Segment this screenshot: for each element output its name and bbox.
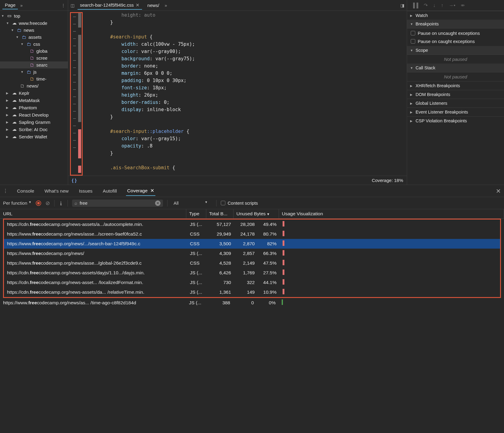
- table-row[interactable]: https://cdn.freecodecamp.org/news-assets…: [4, 268, 500, 278]
- table-row[interactable]: https://cdn.freecodecamp.org/news-asset.…: [4, 278, 500, 287]
- sidebar-toggle-icon[interactable]: ◫: [71, 3, 75, 8]
- tree-item-ext[interactable]: ▶☁Sender Wallet: [0, 133, 68, 140]
- global-section[interactable]: ▶Global Listeners: [407, 99, 504, 107]
- checkbox-icon[interactable]: [221, 201, 225, 205]
- tree-item-news[interactable]: ▼🗀news: [0, 27, 68, 34]
- tree-label: Keplr: [19, 91, 29, 96]
- editor-footer: { } Coverage: 18%: [68, 176, 407, 185]
- pause-uncaught-row[interactable]: Pause on uncaught exceptions: [407, 29, 504, 37]
- event-section[interactable]: ▶Event Listener Breakpoints: [407, 107, 504, 116]
- step-out-icon[interactable]: ↑: [441, 3, 443, 8]
- tab-whats-new[interactable]: What's new: [43, 187, 70, 196]
- tree-item-js[interactable]: ▼🗀js: [0, 68, 68, 75]
- filter-text-field[interactable]: [80, 200, 153, 206]
- editor-tab-active[interactable]: search-bar-124f5f949c.css ✕: [78, 1, 142, 10]
- tree-label: js: [33, 69, 37, 74]
- step-into-icon[interactable]: ↓: [433, 3, 436, 8]
- tree-item-ext[interactable]: ▶☁React Develop: [0, 111, 68, 118]
- filter-input[interactable]: ⌕ ✕: [72, 200, 163, 207]
- kebab-menu-icon[interactable]: ⋮: [61, 3, 65, 8]
- viz-bar: [283, 279, 284, 285]
- tree-item-file-selected[interactable]: 🗋searc: [0, 61, 68, 68]
- viz-bar: [283, 221, 284, 226]
- kebab-menu-icon[interactable]: ⋮: [3, 188, 8, 194]
- page-tab[interactable]: Page: [2, 1, 18, 9]
- close-icon[interactable]: ✕: [136, 2, 140, 8]
- dom-section[interactable]: ▶DOM Breakpoints: [407, 90, 504, 99]
- pause-icon[interactable]: ▐▐: [411, 3, 418, 8]
- coverage-percentage: Coverage: 18%: [372, 178, 403, 183]
- tree-item-domain[interactable]: ▼☁www.freecode: [0, 19, 68, 27]
- checkbox-icon[interactable]: [411, 39, 415, 44]
- code-editor[interactable]: –– ––– ––– ––– ––– –– –– –: [68, 11, 407, 176]
- record-button[interactable]: [36, 200, 41, 206]
- tree-item-ext[interactable]: ▶☁Phantom: [0, 104, 68, 111]
- overflow-tabs-icon[interactable]: »: [20, 3, 23, 8]
- section-label: DOM Breakpoints: [416, 92, 450, 97]
- tree-label: news/: [27, 83, 38, 88]
- breakpoints-section[interactable]: ▼Breakpoints: [407, 20, 504, 28]
- checkbox-label: Pause on caught exceptions: [418, 39, 475, 44]
- drawer-tabbar: ⋮ Console What's new Issues Autofill Cov…: [0, 185, 504, 197]
- table-row[interactable]: https://cdn.freecodecamp.org/news-assets…: [4, 287, 500, 297]
- deactivate-breakpoints-icon[interactable]: ⤃: [461, 2, 465, 8]
- tree-item-ext[interactable]: ▶☁Sapling Gramm: [0, 118, 68, 126]
- watch-section[interactable]: ▶Watch: [407, 11, 504, 20]
- overflow-tabs-icon[interactable]: »: [165, 3, 167, 8]
- col-type[interactable]: Type: [186, 209, 206, 219]
- tree-item-css[interactable]: ▼🗀css: [0, 41, 68, 48]
- tree-item-file[interactable]: 🗋news/: [0, 82, 68, 89]
- sidebar-toggle-right-icon[interactable]: ◨: [400, 3, 404, 8]
- col-total[interactable]: Total B...: [206, 209, 233, 219]
- checkbox-icon[interactable]: [411, 31, 415, 35]
- tab-console[interactable]: Console: [16, 187, 35, 196]
- export-icon[interactable]: ⭳: [59, 200, 63, 206]
- table-row[interactable]: https://www.freecodecamp.org/news/asse..…: [4, 229, 500, 239]
- clear-icon[interactable]: ⊘: [45, 200, 50, 207]
- viz-bar: [282, 299, 283, 305]
- tree-label: Phantom: [19, 105, 37, 110]
- tab-coverage[interactable]: Coverage ✕: [126, 186, 155, 196]
- tree-label: time-: [36, 76, 46, 81]
- tree-item-assets[interactable]: ▼🗀assets: [0, 34, 68, 41]
- not-paused-label: Not paused: [407, 72, 504, 81]
- xhr-section[interactable]: ▶XHR/fetch Breakpoints: [407, 81, 504, 90]
- pause-caught-row[interactable]: Pause on caught exceptions: [407, 37, 504, 45]
- type-filter-dropdown[interactable]: All ▼: [172, 200, 212, 206]
- tree-item-file[interactable]: 🗋scree: [0, 55, 68, 61]
- table-row[interactable]: https://www.freecodecamp.org/news/.../se…: [4, 239, 500, 249]
- col-url[interactable]: URL: [0, 209, 186, 219]
- csp-section[interactable]: ▶CSP Violation Breakpoints: [407, 116, 504, 125]
- tree-item-file[interactable]: 🗋globa: [0, 48, 68, 55]
- col-viz[interactable]: Usage Visualization: [279, 209, 504, 219]
- step-over-icon[interactable]: ↷: [424, 2, 428, 8]
- col-unused[interactable]: Unused Bytes: [233, 209, 279, 219]
- content-scripts-checkbox[interactable]: Content scripts: [221, 200, 258, 206]
- coverage-gutter-highlight: –– ––– ––– ––– ––– –– –– –: [70, 12, 83, 176]
- close-drawer-icon[interactable]: ✕: [496, 187, 501, 195]
- tree-item-ext[interactable]: ▶☁Keplr: [0, 89, 68, 97]
- step-icon[interactable]: →•: [449, 3, 456, 8]
- section-label: Event Listener Breakpoints: [416, 110, 468, 114]
- file-tree-header: Page » ⋮: [0, 0, 68, 11]
- per-function-dropdown[interactable]: Per function▼: [3, 200, 31, 206]
- table-row[interactable]: https://cdn.freecodecamp.org/news-assets…: [4, 220, 500, 229]
- tab-issues[interactable]: Issues: [78, 187, 94, 196]
- callstack-section[interactable]: ▼Call Stack: [407, 64, 504, 72]
- tree-item-ext[interactable]: ▶☁Scribe: AI Doc: [0, 126, 68, 133]
- tree-label: MetaMask: [19, 98, 40, 103]
- editor-tab[interactable]: news/: [145, 2, 162, 9]
- table-row[interactable]: https://www.freecodecamp.org/news/JS (..…: [4, 249, 500, 258]
- tab-autofill[interactable]: Autofill: [101, 187, 118, 196]
- table-row[interactable]: https://www.freecodecamp.org/news/asse..…: [4, 258, 500, 268]
- tree-item-top[interactable]: ▼▭top: [0, 12, 68, 19]
- clear-filter-icon[interactable]: ✕: [155, 200, 161, 206]
- tree-item-ext[interactable]: ▶☁MetaMask: [0, 97, 68, 104]
- pretty-print-icon[interactable]: { }: [72, 178, 77, 183]
- table-row[interactable]: https://www.freecodecamp.org/news/as... …: [0, 298, 504, 308]
- section-label: CSP Violation Breakpoints: [416, 118, 467, 123]
- tree-item-file[interactable]: 🗋time-: [0, 75, 68, 82]
- tree-label: scree: [36, 55, 48, 61]
- close-icon[interactable]: ✕: [150, 188, 154, 193]
- scope-section[interactable]: ▼Scope: [407, 46, 504, 55]
